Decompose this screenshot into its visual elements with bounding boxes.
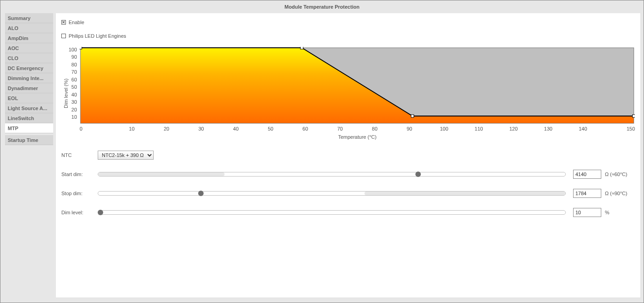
sidebar: SummaryALOAmpDimAOCCLODC EmergencyDimmin…: [0, 12, 54, 301]
svg-rect-19: [411, 115, 414, 117]
sidebar-item-summary[interactable]: Summary: [5, 13, 53, 23]
sidebar-item-dynadimmer[interactable]: Dynadimmer: [5, 83, 53, 93]
philips-checkbox[interactable]: [61, 34, 66, 38]
window-title: Module Temperature Protection: [0, 0, 644, 12]
sidebar-item-dimming-inte-[interactable]: Dimming Inte...: [5, 73, 53, 83]
dim-level-thumb[interactable]: [98, 210, 103, 215]
philips-label: Philips LED Light Engines: [69, 33, 126, 39]
start-dim-unit: Ω (≈60°C): [605, 172, 635, 177]
chart-ylabel: Dim level (%): [61, 57, 69, 130]
svg-rect-20: [633, 115, 635, 117]
start-dim-input[interactable]: [573, 170, 601, 179]
start-dim-slider[interactable]: [98, 172, 566, 177]
stop-dim-label: Stop dim:: [61, 191, 98, 196]
content-panel: ✕ Enable Philips LED Light Engines Dim l…: [56, 13, 641, 298]
stop-dim-thumb[interactable]: [198, 191, 204, 196]
sidebar-item-startup-time[interactable]: Startup Time: [5, 135, 53, 145]
svg-rect-17: [80, 47, 82, 49]
sidebar-item-light-source-a-[interactable]: Light Source A...: [5, 103, 53, 113]
stop-dim-slider[interactable]: [98, 191, 566, 196]
dim-level-label: Dim level:: [61, 210, 98, 215]
chart-plot: [80, 47, 635, 124]
start-dim-thumb[interactable]: [415, 172, 421, 177]
stop-dim-input[interactable]: [573, 189, 601, 198]
ntc-label: NTC: [61, 152, 98, 158]
sidebar-item-lineswitch[interactable]: LineSwitch: [5, 113, 53, 123]
dim-level-slider[interactable]: [98, 210, 566, 215]
dim-level-input[interactable]: [573, 208, 601, 217]
enable-checkbox[interactable]: ✕: [61, 20, 66, 25]
chart-xticks: 0102030405060708090100110120130140150: [80, 126, 635, 131]
chart-yticks: 100908070605040302010: [69, 47, 80, 120]
sidebar-item-aoc[interactable]: AOC: [5, 43, 53, 53]
sidebar-item-dc-emergency[interactable]: DC Emergency: [5, 63, 53, 73]
start-dim-label: Start dim:: [61, 172, 98, 177]
ntc-select[interactable]: NTC2-15k + 390 Ω: [98, 151, 154, 160]
sidebar-item-mtp[interactable]: MTP: [5, 123, 53, 133]
sidebar-item-clo[interactable]: CLO: [5, 53, 53, 63]
dim-level-unit: %: [605, 210, 635, 215]
sidebar-item-alo[interactable]: ALO: [5, 23, 53, 33]
enable-label: Enable: [69, 20, 84, 25]
app-frame: Module Temperature Protection SummaryALO…: [0, 0, 644, 303]
sidebar-item-ampdim[interactable]: AmpDim: [5, 33, 53, 43]
mtp-chart: Dim level (%) 100908070605040302010: [61, 47, 635, 140]
svg-rect-18: [300, 47, 303, 49]
chart-xlabel: Temperature (°C): [80, 134, 635, 140]
sidebar-item-eol[interactable]: EOL: [5, 93, 53, 103]
stop-dim-unit: Ω (≈90°C): [605, 191, 635, 196]
